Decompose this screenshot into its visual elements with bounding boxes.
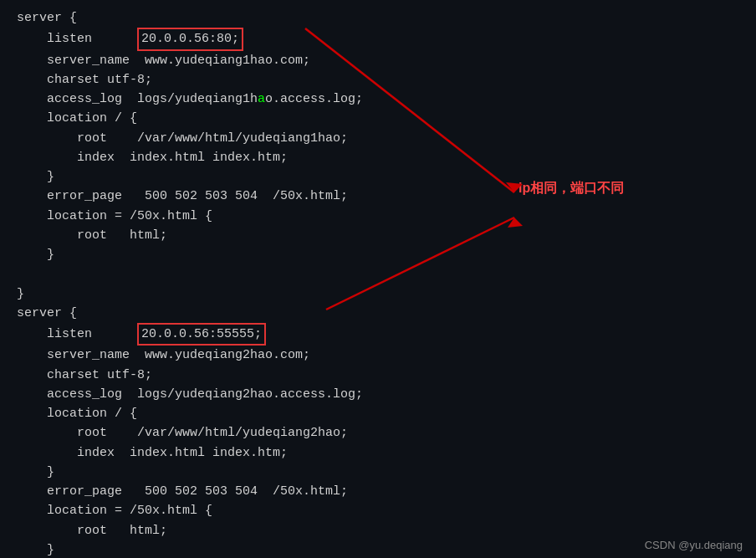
code-line: } [17, 540, 739, 558]
code-line: charset utf-8; [17, 70, 739, 90]
code-line: server_name www.yudeqiang1hao.com; [17, 51, 739, 70]
code-line: access_log logs/yudeqiang1hao.access.log… [17, 90, 739, 109]
code-line: } [17, 167, 739, 187]
code-line: listen 20.0.0.56:55555; [17, 323, 739, 346]
code-line: root html; [17, 521, 739, 540]
code-line: charset utf-8; [17, 366, 739, 385]
code-line: server_name www.yudeqiang2hao.com; [17, 346, 739, 365]
code-line: index index.html index.htm; [17, 443, 739, 463]
code-line: error_page 500 502 503 504 /50x.html; [17, 187, 739, 206]
code-line: location / { [17, 109, 739, 128]
code-line: server { [17, 304, 739, 323]
code-line: } [17, 245, 739, 264]
code-line: } [17, 463, 739, 482]
code-line: access_log logs/yudeqiang2hao.access.log… [17, 385, 739, 404]
footer-text: CSDN @yu.deqiang [645, 539, 743, 551]
code-line: root /var/www/html/yudeqiang1hao; [17, 129, 739, 148]
code-line: } [17, 284, 739, 304]
listen-box-2: 20.0.0.56:55555; [137, 323, 266, 346]
code-line: root html; [17, 226, 739, 245]
listen-box-1: 20.0.0.56:80; [137, 28, 243, 50]
code-line [17, 264, 739, 284]
code-line: index index.html index.htm; [17, 148, 739, 167]
code-area: server { listen 20.0.0.56:80; server_nam… [0, 0, 756, 558]
code-line: location / { [17, 404, 739, 423]
code-line: server { [17, 8, 739, 28]
annotation-text: ip相同，端口不同 [518, 180, 624, 197]
code-line: listen 20.0.0.56:80; [17, 28, 739, 50]
code-line: location = /50x.html { [17, 501, 739, 520]
code-line: location = /50x.html { [17, 207, 739, 226]
code-line: root /var/www/html/yudeqiang2hao; [17, 423, 739, 443]
green-char: a [258, 92, 265, 106]
code-line: error_page 500 502 503 504 /50x.html; [17, 482, 739, 501]
